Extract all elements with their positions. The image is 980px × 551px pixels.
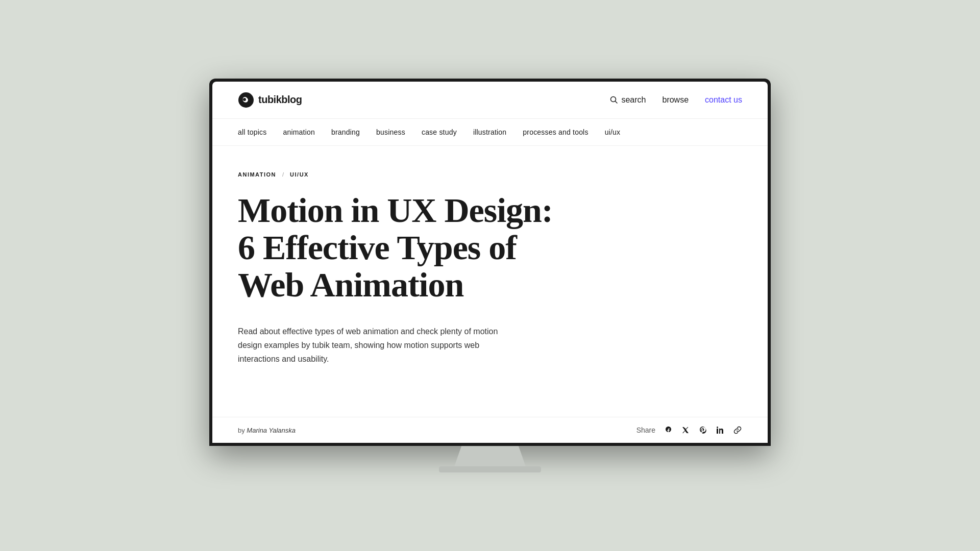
topic-case-study[interactable]: case study xyxy=(422,128,457,136)
topic-ui-ux[interactable]: ui/ux xyxy=(605,128,621,136)
breadcrumb-uiux[interactable]: UI/UX xyxy=(290,171,309,178)
article-footer: by Marina Yalanska Share xyxy=(212,417,768,443)
share-linkedin-button[interactable] xyxy=(716,425,725,435)
article-title: Motion in UX Design: 6 Effective Types o… xyxy=(238,192,554,304)
share-twitter-button[interactable] xyxy=(681,425,690,435)
svg-point-1 xyxy=(243,98,246,101)
author-name: Marina Yalanska xyxy=(247,427,296,434)
article-description: Read about effective types of web animat… xyxy=(238,324,508,366)
contact-link[interactable]: contact us xyxy=(705,95,742,105)
search-button[interactable]: search xyxy=(610,95,646,105)
svg-point-4 xyxy=(717,427,718,428)
breadcrumb: ANIMATION / UI/UX xyxy=(238,171,742,178)
topic-nav: all topics animation branding business c… xyxy=(212,119,768,146)
topic-all-topics[interactable]: all topics xyxy=(238,128,266,136)
monitor-stand xyxy=(454,446,526,466)
topic-illustration[interactable]: illustration xyxy=(473,128,506,136)
header-nav: search browse contact us xyxy=(610,95,742,105)
share-pinterest-button[interactable] xyxy=(698,425,707,435)
logo-text: tubikblog xyxy=(258,94,302,106)
share-label: Share xyxy=(636,426,655,434)
breadcrumb-sep: / xyxy=(282,171,284,178)
search-icon xyxy=(610,96,618,104)
browse-link[interactable]: browse xyxy=(662,95,689,105)
topic-processes-and-tools[interactable]: processes and tools xyxy=(523,128,588,136)
search-label: search xyxy=(621,95,646,105)
share-area: Share xyxy=(636,425,742,435)
site-header: tubikblog search browse contact us xyxy=(212,82,768,119)
logo-icon xyxy=(238,92,254,108)
breadcrumb-animation[interactable]: ANIMATION xyxy=(238,171,276,178)
topic-branding[interactable]: branding xyxy=(331,128,360,136)
svg-rect-3 xyxy=(717,429,718,434)
topic-animation[interactable]: animation xyxy=(283,128,315,136)
logo[interactable]: tubikblog xyxy=(238,92,302,108)
article-content: ANIMATION / UI/UX Motion in UX Design: 6… xyxy=(212,146,768,417)
topic-business[interactable]: business xyxy=(376,128,405,136)
author-prefix: by Marina Yalanska xyxy=(238,427,296,434)
author-byline: by Marina Yalanska xyxy=(238,425,296,435)
monitor-base xyxy=(439,466,541,472)
share-link-button[interactable] xyxy=(733,425,742,435)
share-facebook-button[interactable] xyxy=(664,425,673,435)
